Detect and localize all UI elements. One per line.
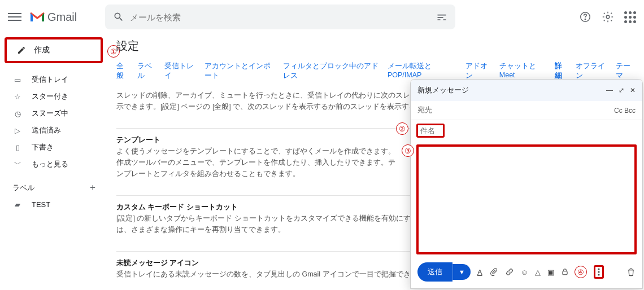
add-label-icon[interactable]: ＋ [88,182,97,194]
compose-toolbar: 送信 ▼ A ☺ △ ▣ ④ [411,258,642,288]
tab-accounts[interactable]: アカウントとインポート [204,61,275,81]
sidebar-item-label: TEST [32,200,50,209]
gmail-logo: Gmail [29,11,77,24]
setting-title: テンプレート [116,134,399,146]
close-icon[interactable]: ✕ [630,86,636,94]
svg-point-2 [606,15,610,19]
labels-header: ラベル ＋ [5,173,103,197]
drive-icon[interactable]: △ [535,268,541,276]
svg-point-6 [598,274,599,275]
compose-subject-box [416,124,445,138]
inbox-icon: ▭ [12,76,23,84]
search-input[interactable] [130,12,436,22]
chevron-down-icon: ﹀ [12,159,23,169]
tab-labels[interactable]: ラベル [137,61,156,81]
minimize-icon[interactable]: — [606,86,613,94]
sidebar-item-more[interactable]: ﹀もっと見る [5,156,103,173]
sidebar-item-label: もっと見る [32,159,68,169]
svg-point-1 [585,19,585,19]
sidebar-item-drafts[interactable]: ▯下書き [5,139,103,156]
tab-chat[interactable]: チャットと Meet [499,61,547,81]
send-label: 送信 [417,262,452,282]
compose-header[interactable]: 新規メッセージ — ⤢ ✕ [411,80,642,101]
callout-4: ④ [575,266,587,278]
help-icon[interactable] [579,11,591,23]
labels-header-text: ラベル [12,183,34,193]
format-icon[interactable]: A [477,268,482,276]
to-label: 宛先 [417,106,432,115]
svg-point-5 [598,271,599,273]
compose-to-row[interactable]: 宛先 Cc Bcc [411,101,642,120]
compose-body[interactable]: ③ [416,144,637,254]
tab-advanced[interactable]: 詳細 [555,61,568,81]
svg-point-4 [598,268,599,270]
setting-desc: 受信トレイにある未読メッセージの数を、タブ見出しの Gmail アイコンで一目で… [116,270,433,278]
more-options-button[interactable] [594,265,604,279]
sidebar-item-sent[interactable]: ▷送信済み [5,122,103,139]
label-icon: ▰ [12,200,23,209]
confidential-icon[interactable] [561,268,569,276]
search-options-icon[interactable] [436,11,447,23]
setting-desc: よく使うメッセージをテンプレートにすることで、すばやくメールを作成できます。作成… [116,147,395,178]
sidebar-item-starred[interactable]: ☆スター付き [5,88,103,105]
gmail-m-icon [29,11,45,23]
compose-subject-row: ② [411,120,642,141]
bcc-button[interactable]: Bcc [624,107,636,115]
fullscreen-icon[interactable]: ⤢ [619,86,624,94]
main-menu-button[interactable] [8,10,21,24]
link-icon[interactable] [505,267,514,276]
sidebar-item-snoozed[interactable]: ◷スヌーズ中 [5,105,103,122]
sidebar-item-label: スター付き [32,91,68,102]
sidebar-item-label: 受信トレイ [32,74,68,85]
tab-offline[interactable]: オフライン [576,61,608,81]
callout-2: ② [396,122,408,135]
emoji-icon[interactable]: ☺ [521,268,528,276]
sidebar-item-label: スヌーズ中 [32,108,68,118]
send-button[interactable]: 送信 ▼ [417,262,471,282]
tab-general[interactable]: 全般 [116,61,129,81]
sidebar-item-label: 下書き [32,142,54,152]
compose-window: 新規メッセージ — ⤢ ✕ 宛先 Cc Bcc ② ③ 送信 ▼ A ☺ △ ▣ [410,79,643,289]
sidebar-item-inbox[interactable]: ▭受信トレイ [5,71,103,88]
sidebar: 作成 ① ▭受信トレイ ☆スター付き ◷スヌーズ中 ▷送信済み ▯下書き ﹀もっ… [0,34,107,290]
search-bar[interactable] [105,5,455,29]
compose-label: 作成 [34,45,50,55]
image-icon[interactable]: ▣ [547,268,554,276]
clock-icon: ◷ [12,109,23,118]
tab-addons[interactable]: アドオン [465,61,491,81]
attach-icon[interactable] [489,267,498,276]
pencil-icon [17,46,26,55]
send-options-arrow[interactable]: ▼ [452,264,471,280]
cc-button[interactable]: Cc [614,107,623,115]
gear-icon[interactable] [602,11,614,23]
tab-inbox[interactable]: 受信トレイ [164,61,197,81]
setting-templates: テンプレート よく使うメッセージをテンプレートにすることで、すばやくメールを作成… [116,130,399,190]
callout-3: ③ [402,144,414,157]
compose-button[interactable]: 作成 ① [5,37,103,63]
logo-text: Gmail [47,11,77,24]
compose-subject-input[interactable] [420,127,441,135]
sent-icon: ▷ [12,126,23,135]
compose-title: 新規メッセージ [417,85,469,95]
tab-forwarding[interactable]: メール転送と POP/IMAP [388,61,458,81]
star-icon: ☆ [12,93,23,101]
draft-icon: ▯ [12,143,23,152]
tab-filters[interactable]: フィルタとブロック中のアドレス [283,61,380,81]
tab-themes[interactable]: テーマ [616,61,635,81]
svg-rect-3 [563,271,567,275]
search-icon [113,11,124,23]
page-title: 設定 [116,34,635,61]
sidebar-item-label: 送信済み [32,125,61,135]
sidebar-label-test[interactable]: ▰TEST [5,197,103,212]
discard-icon[interactable] [626,267,636,276]
apps-icon[interactable] [624,11,636,23]
